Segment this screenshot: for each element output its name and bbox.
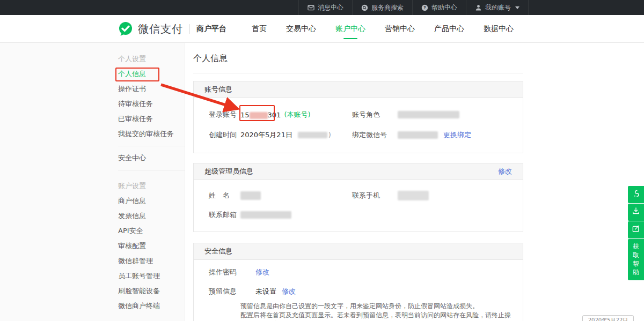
redacted-name <box>240 191 261 200</box>
nav-data-center[interactable]: 数据中心 <box>474 15 523 43</box>
sidebar-item-operation-certificate[interactable]: 操作证书 <box>118 81 185 96</box>
topbar-item-label: 服务商搜索 <box>371 3 404 12</box>
sidebar-item-wechat-merchant-terminal[interactable]: 微信商户终端 <box>118 298 185 313</box>
redacted-phone <box>398 191 429 200</box>
nav-home[interactable]: 首页 <box>242 15 276 43</box>
message-center-link[interactable]: 消息中心 <box>298 0 352 15</box>
brand[interactable]: 微信支付 商户平台 <box>118 15 226 43</box>
account-info-card: 账号信息 登录账号 15301 (本账号) 账号角色 创建时间 <box>193 81 523 153</box>
contact-phone-label: 联系手机 <box>352 191 398 200</box>
sidebar-section-account-settings: 账户设置 <box>118 178 185 193</box>
redacted-created-time <box>298 132 327 138</box>
security-info-card: 安全信息 操作密码 修改 预留信息 未设置 修改 预留信息是由你自己设置的一段文… <box>193 243 523 321</box>
login-account-value: 15301 <box>240 111 281 119</box>
sidebar-item-merchant-info[interactable]: 商户信息 <box>118 193 185 208</box>
get-help-label-char: 助 <box>628 268 644 277</box>
security-info-card-title: 安全信息 <box>204 247 232 256</box>
date-tooltip: 2020年5月22日 <box>582 315 634 321</box>
sidebar-item-review-config[interactable]: 审核配置 <box>118 238 185 253</box>
topbar-item-label: 帮助中心 <box>431 3 457 12</box>
sidebar-item-my-submitted-review-tasks[interactable]: 我提交的审核任务 <box>118 126 185 141</box>
created-time-paren: ) <box>328 131 331 139</box>
operation-password-label: 操作密码 <box>209 267 255 277</box>
portal-name: 商户平台 <box>196 24 226 34</box>
nav-product-center[interactable]: 产品中心 <box>425 15 474 43</box>
redacted-wechat-id <box>398 131 438 139</box>
created-time-label: 创建时间 <box>209 130 240 140</box>
reserve-info-label: 预留信息 <box>209 287 255 296</box>
feedback-button[interactable] <box>628 221 644 238</box>
brand-divider <box>189 24 190 34</box>
nav-transaction-center[interactable]: 交易中心 <box>276 15 326 43</box>
super-admin-card: 超级管理员信息 修改 姓 名 联系手机 联系邮箱 <box>193 163 523 232</box>
help-center-link[interactable]: ? 帮助中心 <box>412 0 466 15</box>
sidebar-divider <box>118 146 185 146</box>
account-info-card-title: 账号信息 <box>204 85 232 94</box>
top-utility-bar: 消息中心 服务商搜索 ? 帮助中心 <box>0 0 644 15</box>
sidebar-section-personal-settings: 个人设置 <box>118 51 185 66</box>
site-header: 微信支付 商户平台 首页 交易中心 账户中心 营销中心 产品中心 数据中心 <box>0 15 644 43</box>
account-role-label: 账号角色 <box>352 110 398 120</box>
account-icon <box>475 4 482 11</box>
nav-marketing-center[interactable]: 营销中心 <box>375 15 425 43</box>
login-account-label: 登录账号 <box>209 110 240 120</box>
topbar-item-label: 消息中心 <box>318 3 343 12</box>
contact-email-label: 联系邮箱 <box>209 210 240 220</box>
sidebar-item-api-security[interactable]: API安全 <box>118 223 185 238</box>
created-time-value: 2020年5月21日 <box>240 130 292 140</box>
sidebar-item-face-smart-device[interactable]: 刷脸智能设备 <box>118 283 185 298</box>
sidebar: 个人设置 个人信息 操作证书 待审核任务 已审核任务 我提交的审核任务 安全中心… <box>0 43 185 321</box>
redacted-login-digits <box>250 112 268 119</box>
main-content: 个人信息 账号信息 登录账号 15301 (本账号) 账号角色 <box>193 43 523 321</box>
sidebar-item-security-center[interactable]: 安全中心 <box>118 151 185 166</box>
name-label: 姓 名 <box>209 191 240 200</box>
sidebar-item-pending-review-tasks[interactable]: 待审核任务 <box>118 96 185 111</box>
edit-operation-password-link[interactable]: 修改 <box>255 267 269 277</box>
nav-account-center[interactable]: 账户中心 <box>326 15 375 43</box>
sidebar-item-wechat-group-management[interactable]: 微信群管理 <box>118 253 185 268</box>
brand-name: 微信支付 <box>138 22 183 36</box>
sidebar-item-personal-info[interactable]: 个人信息 <box>118 66 185 81</box>
message-icon <box>308 4 314 11</box>
current-account-tag: (本账号) <box>284 110 310 120</box>
svg-text:?: ? <box>423 5 426 10</box>
feedback-icon <box>631 224 641 236</box>
reserve-info-description: 预留信息是由你自己设置的一段文字，用来鉴定网站身份，防止假冒网站造成损失。 配置… <box>240 302 523 321</box>
miniprogram-button[interactable] <box>628 186 644 203</box>
search-icon <box>361 4 368 11</box>
help-icon: ? <box>421 4 428 11</box>
redacted-account-role <box>398 111 459 118</box>
edit-super-admin-link[interactable]: 修改 <box>498 167 512 176</box>
sidebar-divider <box>118 170 185 170</box>
page-title: 个人信息 <box>193 43 523 73</box>
change-binding-link[interactable]: 更换绑定 <box>443 130 471 140</box>
miniprogram-icon <box>631 189 641 200</box>
chevron-down-icon <box>515 6 519 9</box>
service-provider-search-link[interactable]: 服务商搜索 <box>352 0 412 15</box>
get-help-label-char: 取 <box>628 251 644 259</box>
reserve-info-value: 未设置 <box>255 287 276 296</box>
my-account-menu[interactable]: 我的账号 <box>466 0 529 15</box>
get-help-label-char: 获 <box>628 242 644 251</box>
get-help-button[interactable]: 获取帮助 <box>628 239 644 280</box>
wechat-pay-logo-icon <box>118 21 133 36</box>
download-button[interactable] <box>628 204 644 221</box>
super-admin-card-title: 超级管理员信息 <box>204 167 253 176</box>
redacted-email <box>240 211 291 219</box>
bound-wechat-label: 绑定微信号 <box>352 130 398 140</box>
get-help-label-char: 帮 <box>628 259 644 268</box>
topbar-item-label: 我的账号 <box>485 3 511 12</box>
edit-reserve-info-link[interactable]: 修改 <box>282 287 296 296</box>
download-icon <box>631 206 641 218</box>
floating-action-menu: 获取帮助 <box>628 186 644 280</box>
primary-nav: 首页 交易中心 账户中心 营销中心 产品中心 数据中心 <box>242 15 523 43</box>
sidebar-item-staff-account-management[interactable]: 员工账号管理 <box>118 268 185 283</box>
sidebar-item-reviewed-tasks[interactable]: 已审核任务 <box>118 111 185 126</box>
sidebar-item-invoice-info[interactable]: 发票信息 <box>118 208 185 223</box>
